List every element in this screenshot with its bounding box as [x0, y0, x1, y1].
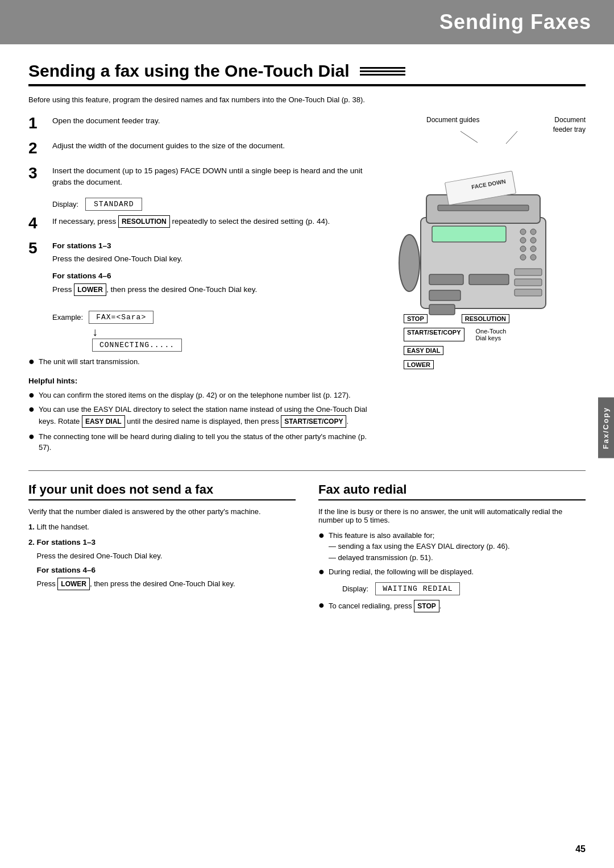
section-divider — [28, 470, 586, 471]
helpful-hints: Helpful hints: ● You can confirm the sto… — [28, 377, 381, 453]
bottom-left-intro: Verify that the number dialed is answere… — [28, 507, 296, 516]
transmission-bullet: ● The unit will start transmission. — [28, 356, 381, 368]
page-header: Sending Faxes — [0, 0, 614, 44]
svg-rect-18 — [429, 304, 455, 315]
step-5-sub1: For stations 1–3 Press the desired One-T… — [52, 240, 381, 265]
start-set-copy-btn-label: START/SET/COPY — [404, 328, 464, 341]
page-title: Sending Faxes — [0, 10, 591, 34]
side-tab: Fax/Copy — [598, 398, 614, 458]
bottom-step-2: 2. For stations 1–3 Press the desired On… — [28, 537, 296, 590]
svg-point-5 — [530, 229, 536, 235]
intro-text: Before using this feature, program the d… — [28, 95, 586, 104]
stop-btn-label: STOP — [404, 314, 428, 323]
svg-line-23 — [506, 131, 517, 144]
page-number: 45 — [575, 844, 586, 854]
easy-dial-btn-label: EASY DIAL — [404, 346, 443, 355]
display-arrow: ↓ — [92, 326, 98, 337]
svg-rect-14 — [515, 289, 542, 296]
bottom-step-1: 1. Lift the handset. — [28, 521, 296, 533]
bottom-left-steps: 1. Lift the handset. 2. For stations 1–3… — [28, 521, 296, 591]
start-set-copy-key-hint: START/SET/COPY — [281, 415, 346, 428]
svg-point-4 — [520, 229, 526, 235]
step-4: 4 If necessary, press RESOLUTION repeate… — [28, 215, 381, 231]
one-touch-dial-label: One-TouchDial keys — [476, 328, 507, 341]
bottom-two-col: If your unit does not send a fax Verify … — [28, 482, 586, 616]
steps-column: 1 Open the document feeder tray. 2 Adjus… — [28, 115, 381, 457]
bottom-left-title: If your unit does not send a fax — [28, 482, 296, 500]
step-2: 2 Adjust the width of the document guide… — [28, 140, 381, 156]
svg-rect-12 — [515, 269, 542, 276]
redial-display: Display: WAITING REDIAL — [342, 582, 586, 595]
step-5-sub2: For stations 4–6 Press LOWER, then press… — [52, 270, 381, 296]
svg-point-10 — [520, 254, 526, 260]
hint-3: ● The connecting tone will be heard duri… — [28, 431, 381, 453]
page-content: Sending a fax using the One-Touch Dial B… — [0, 44, 614, 633]
main-section-title: Sending a fax using the One-Touch Dial — [28, 61, 586, 86]
step-3-display: Display: STANDARD — [52, 198, 381, 211]
svg-point-8 — [520, 246, 526, 252]
example-label: Example: — [52, 313, 83, 322]
step-1: 1 Open the document feeder tray. — [28, 115, 381, 131]
stop-key-redial: STOP — [414, 600, 439, 612]
lower-btn-label: LOWER — [404, 360, 434, 369]
svg-point-11 — [530, 254, 536, 260]
display-connecting: CONNECTING..... — [92, 339, 182, 352]
bottom-right-intro: If the line is busy or there is no answe… — [318, 507, 586, 524]
svg-point-19 — [399, 235, 420, 291]
svg-line-22 — [460, 131, 478, 143]
cancel-redial-bullet: ● To cancel redialing, press STOP. — [318, 600, 586, 612]
display-fax-sara: FAX=<Sara> — [89, 311, 154, 324]
bottom-right-title: Fax auto redial — [318, 482, 586, 500]
resolution-btn-label: RESOLUTION — [462, 314, 509, 323]
step-3: 3 Insert the document (up to 15 pages) F… — [28, 165, 381, 189]
redial-bullet-2: ● During redial, the following will be d… — [318, 566, 586, 578]
step-5: 5 For stations 1–3 Press the desired One… — [28, 240, 381, 302]
svg-rect-16 — [469, 274, 509, 285]
svg-rect-13 — [515, 279, 542, 286]
main-two-col: 1 Open the document feeder tray. 2 Adjus… — [28, 115, 586, 457]
easy-dial-key-hint: EASY DIAL — [82, 415, 125, 428]
illustration-column: FACE DOWN Document guides Documentfeeder… — [392, 115, 586, 457]
fax-machine-svg: FACE DOWN — [392, 138, 586, 331]
display-sequence: Example: FAX=<Sara> ↓ CONNECTING..... — [52, 311, 381, 349]
hint-1: ● You can confirm the stored items on th… — [28, 390, 381, 401]
lower-key-bottom: LOWER — [57, 578, 90, 590]
svg-point-7 — [530, 237, 536, 243]
resolution-key: RESOLUTION — [118, 215, 170, 228]
svg-point-9 — [530, 246, 536, 252]
hint-2: ● You can use the EASY DIAL directory to… — [28, 404, 381, 428]
svg-rect-2 — [438, 205, 529, 211]
svg-rect-15 — [429, 274, 463, 285]
bottom-left-col: If your unit does not send a fax Verify … — [28, 482, 296, 616]
svg-rect-3 — [432, 226, 506, 242]
lower-key-step5: LOWER — [74, 283, 106, 296]
svg-rect-17 — [429, 290, 460, 301]
svg-point-6 — [520, 237, 526, 243]
bottom-right-col: Fax auto redial If the line is busy or t… — [318, 482, 586, 616]
redial-bullet-1: ● This feature is also available for; — … — [318, 530, 586, 564]
